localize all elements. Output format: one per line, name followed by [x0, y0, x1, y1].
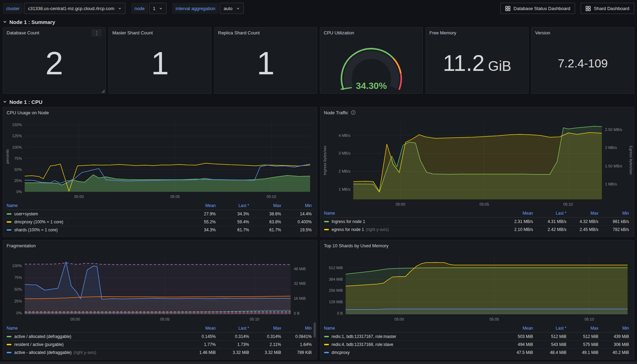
series-color-swatch	[7, 344, 11, 345]
legend-header-max[interactable]: Max	[251, 203, 283, 208]
legend-header-row: NameMeanLast *MaxMin	[324, 209, 631, 217]
legend-header-name[interactable]: Name	[324, 211, 501, 216]
top10-shards-legend: NameMeanLast *MaxMinredis:1, bdb:1231716…	[324, 324, 631, 356]
button-label: Shard Dashboard	[594, 6, 629, 11]
legend-header-min[interactable]: Min	[283, 326, 313, 331]
panel-title: Free Memory	[429, 30, 456, 35]
legend-header-mean[interactable]: Mean	[184, 203, 217, 208]
y-axis-tick-right: 32 MiB	[294, 281, 306, 286]
legend-series-name[interactable]: resident / active (purgable)	[7, 342, 184, 347]
x-axis-tick: 05:05	[170, 195, 180, 199]
legend-series-name[interactable]: dmcproxy	[324, 350, 501, 355]
series-color-swatch	[324, 221, 329, 222]
legend-value: 14.4%	[283, 212, 313, 216]
series-color-swatch	[324, 344, 329, 345]
legend-header-name[interactable]: Name	[7, 326, 184, 331]
panel-title: Replica Shard Count	[218, 30, 260, 35]
fragmentation-chart[interactable]: 05:0005:0505:100%25%50%75%100%0 B16 MiB3…	[5, 251, 315, 324]
series-area	[346, 309, 628, 314]
legend-header-min[interactable]: Min	[283, 203, 313, 208]
panel-resize-handle[interactable]	[101, 89, 105, 93]
legend-value: 61.7%	[217, 228, 251, 232]
legend-series-name[interactable]: user+system	[7, 212, 184, 216]
legend-header-last[interactable]: Last *	[534, 211, 568, 216]
series-color-swatch	[7, 352, 11, 353]
var-interval-aggregation-select[interactable]: auto	[220, 3, 243, 14]
x-axis-tick: 05:00	[74, 195, 84, 199]
legend-header-last[interactable]: Last *	[534, 326, 568, 331]
legend-value: 34.3%	[184, 228, 217, 232]
stat-value: 2	[45, 47, 63, 79]
x-axis-tick: 05:00	[394, 317, 404, 321]
bottom-strip	[0, 362, 637, 364]
legend-series-name[interactable]: egress for node 1(right y-axis)	[324, 227, 501, 232]
legend-series-name[interactable]: dmcproxy (100% = 1 core)	[7, 220, 184, 224]
var-cluster-select[interactable]: c31338.us-central1-mz.gcp.cloud.rlrcp.co…	[24, 3, 126, 14]
legend-row: egress for node 1(right y-axis)2.10 MB/s…	[324, 225, 631, 233]
legend-header-max[interactable]: Max	[251, 326, 283, 331]
x-axis-tick: 05:10	[267, 195, 276, 199]
series-color-swatch	[324, 352, 329, 353]
legend-header-row: NameMeanLast *MaxMin	[7, 324, 313, 332]
y-axis-tick-left: 3 MB/s	[338, 151, 350, 155]
y-axis-tick-left: 1 MB/s	[338, 187, 350, 191]
node-traffic-chart[interactable]: 05:0005:0505:101 MB/s2 MB/s3 MB/s4 MB/s1…	[322, 118, 632, 209]
legend-header-mean[interactable]: Mean	[501, 326, 534, 331]
panel-title: Database Count	[7, 30, 39, 35]
legend-value: 1.46 MiB	[184, 350, 217, 355]
legend-header-last[interactable]: Last *	[217, 326, 251, 331]
row-header-node-cpu[interactable]: Node 1 : CPU	[0, 97, 637, 107]
y-axis-tick-left: 2 MB/s	[338, 169, 350, 173]
legend-value: 439 MiB	[600, 334, 630, 339]
legend-header-max[interactable]: Max	[568, 211, 600, 216]
legend-value: 306 MiB	[600, 342, 630, 347]
kebab-menu-icon[interactable]: ⋮	[92, 29, 102, 36]
legend-header-max[interactable]: Max	[568, 326, 600, 331]
x-axis-tick: 05:10	[584, 317, 594, 321]
stat-value: 1	[151, 47, 169, 79]
row-header-node-summary[interactable]: Node 1 : Summary	[0, 17, 637, 27]
legend-header-mean[interactable]: Mean	[184, 326, 217, 331]
legend-value: 38.6%	[251, 212, 283, 216]
series-color-swatch	[7, 221, 11, 223]
legend-header-mean[interactable]: Mean	[501, 211, 534, 216]
legend-row: resident / active (purgable)1.77%1.73%2.…	[7, 340, 313, 348]
legend-series-name[interactable]: shards (100% = 1 core)	[7, 228, 184, 232]
cpu-usage-chart[interactable]: 05:0005:0505:100%25%50%75%100%125%150%pe…	[5, 118, 315, 201]
legend-series-name[interactable]: active / allocated (defraggable)	[7, 334, 184, 339]
y-axis-tick-left: 512 MiB	[329, 266, 342, 270]
legend-header-name[interactable]: Name	[7, 203, 184, 208]
var-cluster-label: cluster	[3, 3, 23, 14]
legend-header-last[interactable]: Last *	[217, 203, 251, 208]
cpu-gauge: 34.30%	[320, 38, 422, 93]
legend-series-name[interactable]: redis:1, bdb:12317167, role:master	[324, 334, 501, 339]
y-axis-tick-left: 256 MiB	[329, 288, 342, 292]
var-node-select[interactable]: 1	[149, 3, 167, 14]
panel-title: Node Traffic	[324, 110, 348, 115]
gauge-value: 34.30%	[356, 81, 387, 91]
legend-series-name[interactable]: redis:4, bdb:12317168, role:slave	[324, 342, 501, 347]
legend-series-name[interactable]: Ingress for node 1	[324, 219, 501, 224]
y-axis-label-left: Ingress bytes/sec	[323, 145, 327, 175]
y-axis-tick-right: 16 MiB	[294, 296, 306, 300]
legend-scrollbar[interactable]	[314, 322, 316, 338]
shard-dashboard-button[interactable]: Shard Dashboard	[581, 3, 634, 14]
legend-header-name[interactable]: Name	[324, 326, 501, 331]
legend-header-min[interactable]: Min	[600, 211, 630, 216]
legend-series-name[interactable]: active - allocated (defraggable)(right y…	[7, 350, 184, 355]
legend-header-min[interactable]: Min	[600, 326, 630, 331]
x-axis-tick: 05:05	[479, 202, 489, 206]
legend-value: 861 kB/s	[600, 219, 630, 224]
legend-value: 503 MiB	[501, 334, 534, 339]
top10-shards-chart[interactable]: 05:0005:0505:100 B128 MiB256 MiB384 MiB5…	[322, 251, 632, 324]
y-axis-tick-left: 4 MB/s	[338, 133, 350, 138]
var-interval-aggregation-value: auto	[224, 6, 232, 11]
series-area	[353, 132, 602, 199]
database-status-dashboard-button[interactable]: Database Status Dashboard	[500, 3, 575, 14]
info-icon[interactable]	[351, 110, 356, 115]
legend-value: 575 MiB	[568, 342, 600, 347]
var-node-value: 1	[153, 6, 155, 11]
stat-value: 11.2	[443, 52, 485, 74]
legend-value: 48.4 MiB	[534, 350, 568, 355]
panel-top10-shards: Top 10 Shards by Used Memory 05:0005:050…	[320, 240, 635, 359]
